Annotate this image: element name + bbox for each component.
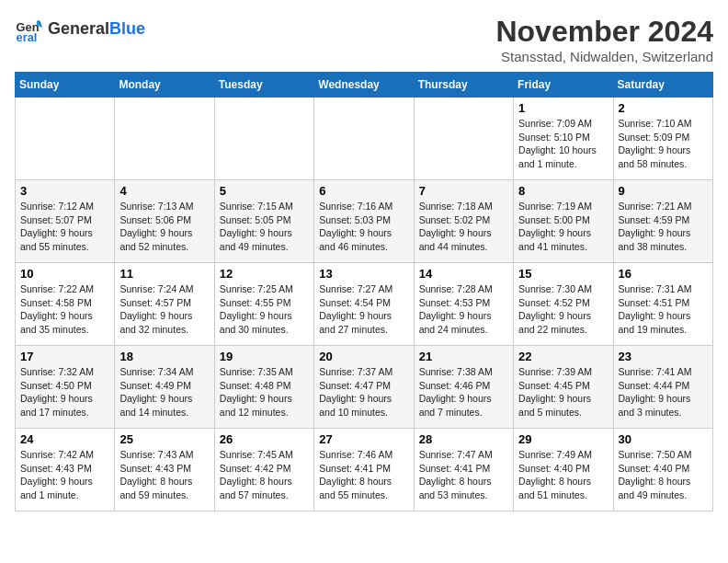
calendar-header-row: SundayMondayTuesdayWednesdayThursdayFrid… <box>16 73 713 98</box>
day-number: 2 <box>619 101 708 115</box>
calendar-cell: 14Sunrise: 7:28 AM Sunset: 4:53 PM Dayli… <box>414 263 513 346</box>
column-header-friday: Friday <box>514 73 613 98</box>
day-info: Sunrise: 7:50 AM Sunset: 4:40 PM Dayligh… <box>619 448 708 502</box>
calendar-cell: 26Sunrise: 7:45 AM Sunset: 4:42 PM Dayli… <box>214 429 313 511</box>
calendar-cell: 2Sunrise: 7:10 AM Sunset: 5:09 PM Daylig… <box>613 98 712 180</box>
day-info: Sunrise: 7:12 AM Sunset: 5:07 PM Dayligh… <box>20 200 109 254</box>
calendar-cell: 30Sunrise: 7:50 AM Sunset: 4:40 PM Dayli… <box>613 429 712 511</box>
calendar-cell: 19Sunrise: 7:35 AM Sunset: 4:48 PM Dayli… <box>214 346 313 429</box>
calendar-cell: 18Sunrise: 7:34 AM Sunset: 4:49 PM Dayli… <box>115 346 214 429</box>
day-number: 1 <box>518 101 608 115</box>
day-number: 9 <box>619 184 708 198</box>
day-number: 12 <box>220 267 309 281</box>
calendar-cell <box>115 98 214 180</box>
day-info: Sunrise: 7:15 AM Sunset: 5:05 PM Dayligh… <box>220 200 309 254</box>
logo: Gen eral GeneralBlue <box>15 15 145 44</box>
day-info: Sunrise: 7:43 AM Sunset: 4:43 PM Dayligh… <box>119 448 209 502</box>
calendar-week-2: 3Sunrise: 7:12 AM Sunset: 5:07 PM Daylig… <box>16 180 713 263</box>
day-number: 13 <box>319 267 408 281</box>
column-header-sunday: Sunday <box>16 73 115 98</box>
day-number: 28 <box>419 432 508 446</box>
day-number: 20 <box>319 350 408 363</box>
calendar-cell: 8Sunrise: 7:19 AM Sunset: 5:00 PM Daylig… <box>514 180 613 263</box>
day-info: Sunrise: 7:46 AM Sunset: 4:41 PM Dayligh… <box>319 448 408 502</box>
day-info: Sunrise: 7:41 AM Sunset: 4:44 PM Dayligh… <box>619 365 708 419</box>
day-info: Sunrise: 7:13 AM Sunset: 5:06 PM Dayligh… <box>119 200 209 254</box>
day-number: 10 <box>20 267 109 281</box>
calendar-cell: 4Sunrise: 7:13 AM Sunset: 5:06 PM Daylig… <box>115 180 214 263</box>
day-number: 3 <box>20 184 109 198</box>
calendar-cell: 20Sunrise: 7:37 AM Sunset: 4:47 PM Dayli… <box>314 346 414 429</box>
calendar-cell: 9Sunrise: 7:21 AM Sunset: 4:59 PM Daylig… <box>613 180 712 263</box>
day-info: Sunrise: 7:49 AM Sunset: 4:40 PM Dayligh… <box>518 448 608 502</box>
calendar-cell: 13Sunrise: 7:27 AM Sunset: 4:54 PM Dayli… <box>314 263 414 346</box>
day-info: Sunrise: 7:34 AM Sunset: 4:49 PM Dayligh… <box>119 365 209 419</box>
day-info: Sunrise: 7:37 AM Sunset: 4:47 PM Dayligh… <box>319 365 408 419</box>
day-number: 30 <box>619 432 708 446</box>
day-number: 15 <box>518 267 608 281</box>
day-info: Sunrise: 7:25 AM Sunset: 4:55 PM Dayligh… <box>220 282 309 337</box>
calendar-cell: 29Sunrise: 7:49 AM Sunset: 4:40 PM Dayli… <box>514 429 613 511</box>
calendar-week-4: 17Sunrise: 7:32 AM Sunset: 4:50 PM Dayli… <box>16 346 713 429</box>
day-info: Sunrise: 7:45 AM Sunset: 4:42 PM Dayligh… <box>220 448 309 502</box>
calendar-cell: 3Sunrise: 7:12 AM Sunset: 5:07 PM Daylig… <box>16 180 115 263</box>
calendar-cell: 22Sunrise: 7:39 AM Sunset: 4:45 PM Dayli… <box>514 346 613 429</box>
day-number: 14 <box>419 267 508 281</box>
calendar-cell <box>414 98 513 180</box>
calendar-cell: 16Sunrise: 7:31 AM Sunset: 4:51 PM Dayli… <box>613 263 712 346</box>
day-number: 29 <box>518 432 608 446</box>
day-number: 26 <box>220 432 309 446</box>
title-block: November 2024 Stansstad, Nidwalden, Swit… <box>495 15 713 64</box>
page-header: Gen eral GeneralBlue November 2024 Stans… <box>15 15 713 64</box>
day-number: 25 <box>119 432 209 446</box>
day-info: Sunrise: 7:42 AM Sunset: 4:43 PM Dayligh… <box>20 448 109 502</box>
calendar-cell: 1Sunrise: 7:09 AM Sunset: 5:10 PM Daylig… <box>514 98 613 180</box>
day-number: 6 <box>319 184 408 198</box>
day-info: Sunrise: 7:31 AM Sunset: 4:51 PM Dayligh… <box>619 282 708 337</box>
logo-icon: Gen eral <box>15 15 44 44</box>
calendar-cell: 15Sunrise: 7:30 AM Sunset: 4:52 PM Dayli… <box>514 263 613 346</box>
calendar-cell: 25Sunrise: 7:43 AM Sunset: 4:43 PM Dayli… <box>115 429 214 511</box>
day-info: Sunrise: 7:35 AM Sunset: 4:48 PM Dayligh… <box>220 365 309 419</box>
day-info: Sunrise: 7:10 AM Sunset: 5:09 PM Dayligh… <box>619 117 708 171</box>
day-number: 17 <box>20 350 109 363</box>
day-number: 21 <box>419 350 508 363</box>
calendar-week-3: 10Sunrise: 7:22 AM Sunset: 4:58 PM Dayli… <box>16 263 713 346</box>
day-info: Sunrise: 7:38 AM Sunset: 4:46 PM Dayligh… <box>419 365 508 419</box>
calendar-cell: 5Sunrise: 7:15 AM Sunset: 5:05 PM Daylig… <box>214 180 313 263</box>
day-number: 5 <box>220 184 309 198</box>
calendar-cell: 6Sunrise: 7:16 AM Sunset: 5:03 PM Daylig… <box>314 180 414 263</box>
calendar-cell: 7Sunrise: 7:18 AM Sunset: 5:02 PM Daylig… <box>414 180 513 263</box>
calendar-cell: 27Sunrise: 7:46 AM Sunset: 4:41 PM Dayli… <box>314 429 414 511</box>
column-header-monday: Monday <box>115 73 214 98</box>
day-number: 18 <box>119 350 209 363</box>
day-number: 27 <box>319 432 408 446</box>
logo-text: GeneralBlue <box>48 20 145 39</box>
day-number: 7 <box>419 184 508 198</box>
day-info: Sunrise: 7:30 AM Sunset: 4:52 PM Dayligh… <box>518 282 608 337</box>
day-info: Sunrise: 7:32 AM Sunset: 4:50 PM Dayligh… <box>20 365 109 419</box>
day-info: Sunrise: 7:27 AM Sunset: 4:54 PM Dayligh… <box>319 282 408 337</box>
calendar-week-1: 1Sunrise: 7:09 AM Sunset: 5:10 PM Daylig… <box>16 98 713 180</box>
day-info: Sunrise: 7:09 AM Sunset: 5:10 PM Dayligh… <box>518 117 608 171</box>
day-info: Sunrise: 7:39 AM Sunset: 4:45 PM Dayligh… <box>518 365 608 419</box>
day-number: 16 <box>619 267 708 281</box>
day-info: Sunrise: 7:47 AM Sunset: 4:41 PM Dayligh… <box>419 448 508 502</box>
day-info: Sunrise: 7:16 AM Sunset: 5:03 PM Dayligh… <box>319 200 408 254</box>
calendar-cell: 28Sunrise: 7:47 AM Sunset: 4:41 PM Dayli… <box>414 429 513 511</box>
calendar-cell: 21Sunrise: 7:38 AM Sunset: 4:46 PM Dayli… <box>414 346 513 429</box>
day-info: Sunrise: 7:22 AM Sunset: 4:58 PM Dayligh… <box>20 282 109 337</box>
day-info: Sunrise: 7:18 AM Sunset: 5:02 PM Dayligh… <box>419 200 508 254</box>
month-title: November 2024 <box>495 15 713 49</box>
calendar-cell: 11Sunrise: 7:24 AM Sunset: 4:57 PM Dayli… <box>115 263 214 346</box>
calendar-cell: 10Sunrise: 7:22 AM Sunset: 4:58 PM Dayli… <box>16 263 115 346</box>
calendar-cell: 24Sunrise: 7:42 AM Sunset: 4:43 PM Dayli… <box>16 429 115 511</box>
day-number: 19 <box>220 350 309 363</box>
svg-text:eral: eral <box>17 30 38 44</box>
day-info: Sunrise: 7:28 AM Sunset: 4:53 PM Dayligh… <box>419 282 508 337</box>
calendar-cell: 23Sunrise: 7:41 AM Sunset: 4:44 PM Dayli… <box>613 346 712 429</box>
column-header-tuesday: Tuesday <box>214 73 313 98</box>
location-title: Stansstad, Nidwalden, Switzerland <box>495 49 713 64</box>
day-number: 23 <box>619 350 708 363</box>
calendar-week-5: 24Sunrise: 7:42 AM Sunset: 4:43 PM Dayli… <box>16 429 713 511</box>
